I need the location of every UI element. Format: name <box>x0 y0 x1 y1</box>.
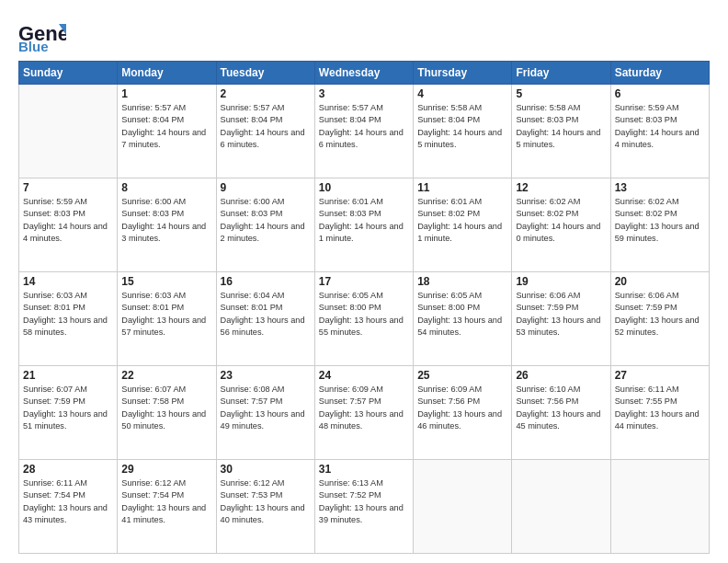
weekday-saturday: Saturday <box>610 62 709 85</box>
calendar-cell: 23Sunrise: 6:08 AMSunset: 7:57 PMDayligh… <box>216 366 314 460</box>
cell-info: Sunrise: 6:01 AMSunset: 8:03 PMDaylight:… <box>319 196 409 245</box>
weekday-friday: Friday <box>512 62 610 85</box>
calendar-cell <box>610 460 709 554</box>
day-number: 6 <box>615 87 705 100</box>
calendar-cell: 15Sunrise: 6:03 AMSunset: 8:01 PMDayligh… <box>118 272 216 366</box>
cell-info: Sunrise: 5:57 AMSunset: 8:04 PMDaylight:… <box>221 102 311 151</box>
calendar-cell: 22Sunrise: 6:07 AMSunset: 7:58 PMDayligh… <box>118 366 216 460</box>
cell-info: Sunrise: 6:07 AMSunset: 7:59 PMDaylight:… <box>23 384 113 432</box>
calendar-cell: 4Sunrise: 5:58 AMSunset: 8:04 PMDaylight… <box>414 85 512 178</box>
logo: General Blue <box>18 17 66 52</box>
cell-info: Sunrise: 6:00 AMSunset: 8:03 PMDaylight:… <box>121 196 211 245</box>
cell-info: Sunrise: 6:12 AMSunset: 7:53 PMDaylight:… <box>221 477 311 526</box>
day-number: 21 <box>23 369 113 382</box>
cell-info: Sunrise: 6:06 AMSunset: 7:59 PMDaylight:… <box>516 290 606 339</box>
day-number: 9 <box>221 181 311 194</box>
calendar-cell: 16Sunrise: 6:04 AMSunset: 8:01 PMDayligh… <box>216 272 314 366</box>
cell-info: Sunrise: 6:09 AMSunset: 7:57 PMDaylight:… <box>319 384 409 432</box>
calendar-cell: 2Sunrise: 5:57 AMSunset: 8:04 PMDaylight… <box>216 85 314 178</box>
calendar-cell: 31Sunrise: 6:13 AMSunset: 7:52 PMDayligh… <box>314 460 413 554</box>
calendar-cell <box>19 85 118 178</box>
day-number: 26 <box>516 369 606 382</box>
cell-info: Sunrise: 6:10 AMSunset: 7:56 PMDaylight:… <box>516 384 606 432</box>
week-row-4: 21Sunrise: 6:07 AMSunset: 7:59 PMDayligh… <box>19 366 710 460</box>
calendar-cell: 8Sunrise: 6:00 AMSunset: 8:03 PMDaylight… <box>118 178 216 272</box>
weekday-header-row: SundayMondayTuesdayWednesdayThursdayFrid… <box>19 62 710 85</box>
day-number: 31 <box>319 463 409 476</box>
cell-info: Sunrise: 6:05 AMSunset: 8:00 PMDaylight:… <box>319 290 409 339</box>
day-number: 28 <box>23 463 113 476</box>
calendar-cell: 24Sunrise: 6:09 AMSunset: 7:57 PMDayligh… <box>314 366 413 460</box>
cell-info: Sunrise: 6:13 AMSunset: 7:52 PMDaylight:… <box>319 477 409 526</box>
calendar-cell: 29Sunrise: 6:12 AMSunset: 7:54 PMDayligh… <box>118 460 216 554</box>
day-number: 24 <box>319 369 409 382</box>
calendar-cell: 18Sunrise: 6:05 AMSunset: 8:00 PMDayligh… <box>414 272 512 366</box>
week-row-2: 7Sunrise: 5:59 AMSunset: 8:03 PMDaylight… <box>19 178 710 272</box>
calendar-cell <box>512 460 610 554</box>
week-row-5: 28Sunrise: 6:11 AMSunset: 7:54 PMDayligh… <box>19 460 710 554</box>
week-row-3: 14Sunrise: 6:03 AMSunset: 8:01 PMDayligh… <box>19 272 710 366</box>
cell-info: Sunrise: 6:07 AMSunset: 7:58 PMDaylight:… <box>121 384 211 432</box>
cell-info: Sunrise: 5:57 AMSunset: 8:04 PMDaylight:… <box>121 102 211 151</box>
calendar-table: SundayMondayTuesdayWednesdayThursdayFrid… <box>18 61 710 554</box>
weekday-sunday: Sunday <box>19 62 118 85</box>
cell-info: Sunrise: 6:11 AMSunset: 7:55 PMDaylight:… <box>615 384 705 432</box>
day-number: 10 <box>319 181 409 194</box>
day-number: 25 <box>417 369 507 382</box>
weekday-thursday: Thursday <box>414 62 512 85</box>
day-number: 7 <box>23 181 113 194</box>
calendar-cell: 13Sunrise: 6:02 AMSunset: 8:02 PMDayligh… <box>610 178 709 272</box>
calendar-cell: 12Sunrise: 6:02 AMSunset: 8:02 PMDayligh… <box>512 178 610 272</box>
day-number: 18 <box>417 275 507 288</box>
calendar-cell: 1Sunrise: 5:57 AMSunset: 8:04 PMDaylight… <box>118 85 216 178</box>
day-number: 2 <box>221 87 311 100</box>
cell-info: Sunrise: 6:04 AMSunset: 8:01 PMDaylight:… <box>221 290 311 339</box>
day-number: 13 <box>615 181 705 194</box>
day-number: 14 <box>23 275 113 288</box>
day-number: 11 <box>417 181 507 194</box>
calendar-cell: 7Sunrise: 5:59 AMSunset: 8:03 PMDaylight… <box>19 178 118 272</box>
cell-info: Sunrise: 6:05 AMSunset: 8:00 PMDaylight:… <box>417 290 507 339</box>
day-number: 30 <box>221 463 311 476</box>
cell-info: Sunrise: 6:00 AMSunset: 8:03 PMDaylight:… <box>221 196 311 245</box>
cell-info: Sunrise: 5:59 AMSunset: 8:03 PMDaylight:… <box>615 102 705 151</box>
day-number: 12 <box>516 181 606 194</box>
calendar-cell: 10Sunrise: 6:01 AMSunset: 8:03 PMDayligh… <box>314 178 413 272</box>
day-number: 8 <box>121 181 211 194</box>
calendar-cell: 17Sunrise: 6:05 AMSunset: 8:00 PMDayligh… <box>314 272 413 366</box>
day-number: 1 <box>121 87 211 100</box>
cell-info: Sunrise: 6:02 AMSunset: 8:02 PMDaylight:… <box>615 196 705 245</box>
cell-info: Sunrise: 6:02 AMSunset: 8:02 PMDaylight:… <box>516 196 606 245</box>
day-number: 29 <box>121 463 211 476</box>
cell-info: Sunrise: 6:12 AMSunset: 7:54 PMDaylight:… <box>121 477 211 526</box>
page: General Blue SundayMondayTuesdayWednesda… <box>0 0 728 563</box>
cell-info: Sunrise: 5:57 AMSunset: 8:04 PMDaylight:… <box>319 102 409 151</box>
calendar-cell <box>414 460 512 554</box>
calendar-cell: 27Sunrise: 6:11 AMSunset: 7:55 PMDayligh… <box>610 366 709 460</box>
cell-info: Sunrise: 5:59 AMSunset: 8:03 PMDaylight:… <box>23 196 113 245</box>
day-number: 20 <box>615 275 705 288</box>
day-number: 27 <box>615 369 705 382</box>
cell-info: Sunrise: 6:03 AMSunset: 8:01 PMDaylight:… <box>23 290 113 339</box>
cell-info: Sunrise: 6:03 AMSunset: 8:01 PMDaylight:… <box>121 290 211 339</box>
calendar-cell: 25Sunrise: 6:09 AMSunset: 7:56 PMDayligh… <box>414 366 512 460</box>
cell-info: Sunrise: 6:08 AMSunset: 7:57 PMDaylight:… <box>221 384 311 432</box>
weekday-wednesday: Wednesday <box>314 62 413 85</box>
calendar-cell: 21Sunrise: 6:07 AMSunset: 7:59 PMDayligh… <box>19 366 118 460</box>
day-number: 23 <box>221 369 311 382</box>
calendar-cell: 11Sunrise: 6:01 AMSunset: 8:02 PMDayligh… <box>414 178 512 272</box>
calendar-cell: 26Sunrise: 6:10 AMSunset: 7:56 PMDayligh… <box>512 366 610 460</box>
cell-info: Sunrise: 6:01 AMSunset: 8:02 PMDaylight:… <box>417 196 507 245</box>
calendar-cell: 14Sunrise: 6:03 AMSunset: 8:01 PMDayligh… <box>19 272 118 366</box>
logo-icon: General Blue <box>18 17 66 52</box>
day-number: 5 <box>516 87 606 100</box>
calendar-cell: 5Sunrise: 5:58 AMSunset: 8:03 PMDaylight… <box>512 85 610 178</box>
cell-info: Sunrise: 6:09 AMSunset: 7:56 PMDaylight:… <box>417 384 507 432</box>
calendar-cell: 30Sunrise: 6:12 AMSunset: 7:53 PMDayligh… <box>216 460 314 554</box>
day-number: 19 <box>516 275 606 288</box>
week-row-1: 1Sunrise: 5:57 AMSunset: 8:04 PMDaylight… <box>19 85 710 178</box>
day-number: 3 <box>319 87 409 100</box>
cell-info: Sunrise: 6:11 AMSunset: 7:54 PMDaylight:… <box>23 477 113 526</box>
day-number: 4 <box>417 87 507 100</box>
day-number: 16 <box>221 275 311 288</box>
